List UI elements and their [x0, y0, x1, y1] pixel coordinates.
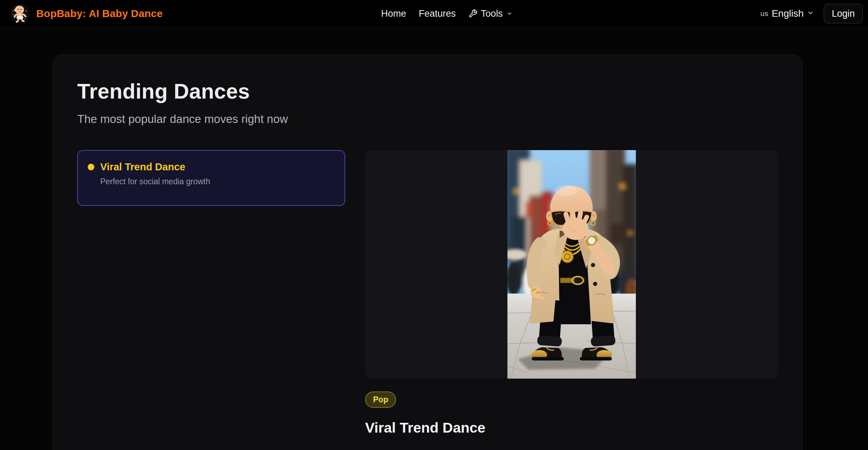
language-label: English: [772, 8, 804, 19]
genre-badge: Pop: [365, 391, 396, 408]
header-right: us English Login: [760, 0, 863, 27]
main-nav: Home Features Tools: [381, 0, 513, 27]
dancing-baby-logo-icon: [9, 3, 31, 24]
dance-card-head: Viral Trend Dance: [88, 161, 332, 173]
chevron-down-icon: [506, 10, 513, 17]
brand[interactable]: BopBaby: AI Baby Dance: [9, 3, 163, 24]
content-row: Viral Trend Dance Perfect for social med…: [77, 150, 778, 450]
preview-stage: [365, 150, 778, 379]
nav-tools-label: Tools: [481, 8, 503, 19]
language-selector[interactable]: us English: [760, 8, 814, 19]
wrench-icon: [468, 9, 478, 18]
selected-dot-icon: [88, 164, 94, 170]
page-title: Trending Dances: [77, 79, 778, 103]
language-code: us: [760, 9, 768, 18]
dance-card-viral-trend[interactable]: Viral Trend Dance Perfect for social med…: [77, 150, 345, 206]
preview-title: Viral Trend Dance: [365, 420, 778, 436]
login-button[interactable]: Login: [824, 4, 863, 23]
nav-tools[interactable]: Tools: [468, 8, 513, 19]
page-subtitle: The most popular dance moves right now: [77, 113, 778, 126]
top-nav-bar: BopBaby: AI Baby Dance Home Features Too…: [0, 0, 868, 27]
dance-preview: Pop Viral Trend Dance Perfect for social…: [365, 150, 778, 450]
nav-home[interactable]: Home: [381, 8, 406, 19]
nav-features[interactable]: Features: [419, 8, 456, 19]
dance-list: Viral Trend Dance Perfect for social med…: [77, 150, 345, 450]
brand-title: BopBaby: AI Baby Dance: [36, 8, 163, 20]
dance-description: Perfect for social media growth: [100, 177, 332, 186]
trending-dances-panel: Trending Dances The most popular dance m…: [53, 54, 803, 450]
chevron-down-icon: [807, 9, 814, 18]
gold-medallion: [561, 251, 573, 263]
left-arm-sleeve: [533, 243, 540, 283]
baby-dance-photo: [507, 150, 636, 379]
dance-name: Viral Trend Dance: [100, 161, 185, 173]
